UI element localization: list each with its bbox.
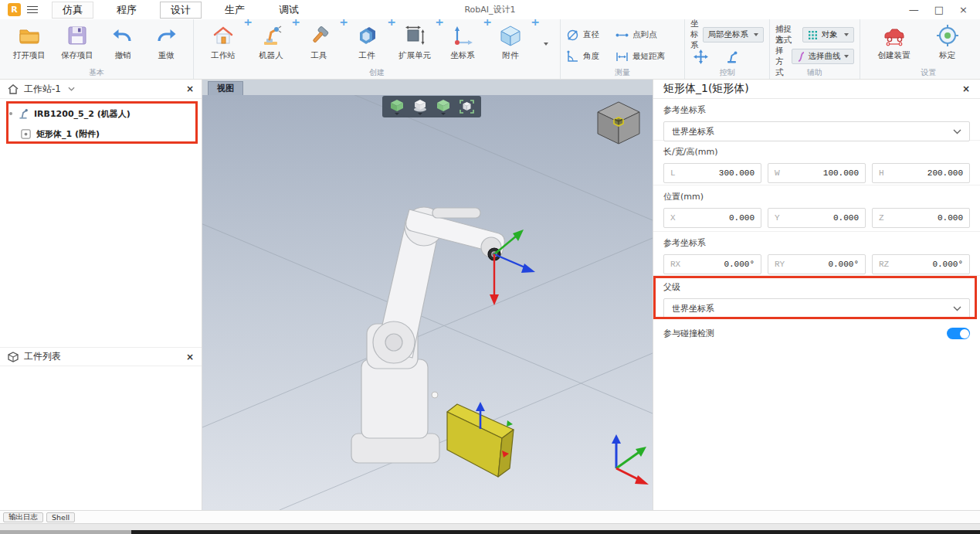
application-window: R 仿真 程序 设计 生产 调试 RobAI_设计1 — □ × 打开项目: [0, 0, 980, 534]
snap-mode-dropdown[interactable]: 对象: [802, 27, 853, 43]
height-input[interactable]: H200.000: [872, 163, 970, 183]
shaded-cube-icon: [413, 99, 427, 112]
redo-icon: [154, 24, 178, 47]
home-icon: [8, 84, 19, 94]
create-extension-unit-button[interactable]: + 扩展单元: [391, 21, 439, 61]
cube-icon: [499, 24, 522, 47]
view-isometric-button[interactable]: [387, 97, 407, 117]
create-frame-button[interactable]: + 坐标系: [439, 21, 487, 61]
chevron-down-icon[interactable]: [68, 87, 75, 91]
measure-diameter-button[interactable]: 直径: [566, 24, 615, 46]
tab-design[interactable]: 设计: [160, 2, 202, 19]
navigation-cube[interactable]: [596, 100, 641, 145]
tab-program[interactable]: 程序: [106, 2, 148, 19]
properties-panel: 矩形体_1(矩形体) × 参考坐标系 世界坐标系 长/宽/高(mm) L300.…: [653, 80, 980, 510]
ribbon-group-basic: 打开项目 保存项目 撤销 重做 基本: [0, 19, 194, 79]
viewport-tab-view[interactable]: 视图: [208, 81, 243, 95]
view-shaded-button[interactable]: [410, 97, 430, 117]
workpiece-panel-title: 工件列表: [24, 350, 61, 363]
attachment-dropdown-button[interactable]: [534, 35, 554, 53]
position-x-input[interactable]: X0.000: [663, 208, 761, 228]
coordinate-system-dropdown[interactable]: 局部坐标系: [703, 27, 765, 43]
rotation-rx-input[interactable]: RX0.000°: [663, 254, 761, 274]
rotation-section: 参考坐标系 RX0.000° RY0.000° RZ0.000°: [653, 232, 980, 276]
view-solid-button[interactable]: [433, 97, 453, 117]
tree-expander-icon[interactable]: [9, 112, 12, 115]
create-attachment-button[interactable]: + 附件: [487, 21, 534, 61]
nav-cube-corner-marker: [614, 117, 623, 126]
close-button[interactable]: ×: [959, 4, 968, 15]
create-workstation-button[interactable]: + 工作站: [199, 21, 247, 61]
minimize-button[interactable]: —: [909, 4, 919, 15]
iso-cube-icon: [390, 99, 404, 112]
calibrate-dropdown-button[interactable]: [972, 44, 980, 63]
create-tool-button[interactable]: + 工具: [295, 21, 343, 61]
tab-debug[interactable]: 调试: [268, 2, 310, 19]
position-z-input[interactable]: Z0.000: [872, 208, 970, 228]
taskbar-strip-left: [0, 530, 131, 534]
calibrate-button[interactable]: 标定: [923, 21, 972, 61]
workpiece-panel-close-button[interactable]: ×: [186, 352, 194, 362]
chevron-down-icon: [395, 113, 399, 115]
grid-snap-icon: [808, 30, 818, 40]
redo-button[interactable]: 重做: [144, 21, 188, 61]
measure-angle-button[interactable]: 角度: [566, 46, 615, 67]
view-fit-button[interactable]: [456, 97, 476, 117]
maximize-button[interactable]: □: [934, 4, 944, 15]
create-workpiece-button[interactable]: + 工件: [343, 21, 391, 61]
chevron-down-icon: [544, 43, 548, 46]
viewport-tab-strip: 视图: [202, 80, 653, 95]
measure-shortest-distance-button[interactable]: 最短距离: [615, 46, 679, 67]
menu-icon[interactable]: [27, 6, 38, 14]
properties-header: 矩形体_1(矩形体) ×: [653, 80, 980, 99]
window-controls: — □ ×: [909, 4, 972, 15]
world-axes-triad: [612, 434, 649, 485]
hex-nut-icon: [355, 24, 378, 47]
tree-item-robot[interactable]: IRB1200_5_2 (机器人): [0, 104, 202, 124]
rotation-ry-input[interactable]: RY0.000°: [768, 254, 866, 274]
robot-jog-button[interactable]: [721, 47, 741, 66]
position-label: 位置(mm): [663, 191, 970, 202]
station-panel-header: 工作站-1 ×: [0, 80, 202, 99]
floppy-disk-icon: [66, 24, 89, 47]
window-title: RobAI_设计1: [464, 4, 515, 15]
save-project-button[interactable]: 保存项目: [53, 21, 101, 61]
hammer-icon: [307, 24, 331, 47]
tab-output-log[interactable]: 输出日志: [3, 512, 43, 522]
shortest-distance-icon: [615, 50, 629, 63]
ref-frame-select[interactable]: 世界坐标系: [663, 121, 970, 141]
point-to-point-icon: [615, 29, 629, 42]
ribbon-toolbar: 打开项目 保存项目 撤销 重做 基本: [0, 19, 980, 80]
parent-select[interactable]: 世界坐标系: [663, 298, 970, 318]
app-logo[interactable]: R: [8, 3, 21, 16]
pick-mode-dropdown[interactable]: 选择曲线: [792, 49, 854, 64]
tab-production[interactable]: 生产: [214, 2, 256, 19]
create-robot-button[interactable]: + 机器人: [247, 21, 295, 61]
tab-simulation[interactable]: 仿真: [52, 2, 93, 19]
measure-point-to-point-button[interactable]: 点到点: [615, 24, 679, 46]
station-panel-close-button[interactable]: ×: [186, 83, 194, 94]
station-tree: IRB1200_5_2 (机器人) 矩形体_1 (附件): [0, 99, 202, 347]
move-cross-icon: [693, 49, 708, 64]
chevron-down-icon: [844, 33, 849, 36]
move-control-button[interactable]: [690, 47, 710, 66]
angle-icon: [566, 50, 579, 63]
tree-item-box[interactable]: 矩形体_1 (附件): [0, 124, 202, 144]
tab-shell[interactable]: Shell: [46, 512, 75, 522]
position-section: 位置(mm) X0.000 Y0.000 Z0.000: [653, 185, 980, 232]
station-panel-title: 工作站-1: [24, 83, 61, 96]
length-input[interactable]: L300.000: [663, 163, 761, 183]
rotation-rz-input[interactable]: RZ0.000°: [872, 254, 970, 274]
width-input[interactable]: W100.000: [768, 163, 866, 183]
viewport-3d-canvas[interactable]: [202, 95, 653, 510]
undo-button[interactable]: 撤销: [101, 21, 144, 61]
collision-toggle[interactable]: [947, 328, 970, 339]
ribbon-group-label-settings: 设置: [866, 67, 980, 79]
open-project-button[interactable]: 打开项目: [5, 21, 53, 61]
ribbon-group-label-create: 创建: [199, 67, 554, 79]
position-y-input[interactable]: Y0.000: [768, 208, 866, 228]
create-device-button[interactable]: 创建装置: [866, 21, 923, 61]
collision-label: 参与碰撞检测: [663, 328, 714, 339]
properties-close-button[interactable]: ×: [962, 83, 970, 94]
collision-section: 参与碰撞检测: [653, 320, 980, 347]
